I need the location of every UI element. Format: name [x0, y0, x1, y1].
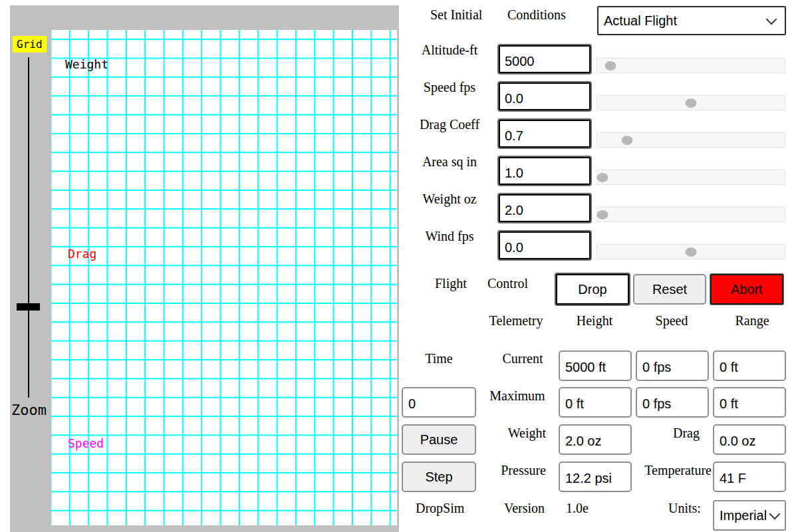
cond-input-drag-coeff-value: 0.7 — [505, 128, 523, 144]
cond-input-speed[interactable]: 0.0 — [499, 82, 591, 110]
maximum-range-value: 0 ft — [720, 396, 738, 412]
zoom-slider-track[interactable] — [28, 57, 29, 398]
cond-label-altitude: Altitude-ft — [399, 43, 500, 58]
control-label: Control — [487, 276, 528, 291]
cond-slider-wind-thumb[interactable] — [686, 247, 697, 257]
pause-button[interactable]: Pause — [402, 424, 476, 455]
pressure-box: 12.2 psi — [559, 462, 632, 492]
cond-label-weight: Weight oz — [399, 192, 500, 207]
chevron-down-icon — [769, 509, 781, 520]
zoom-slider-handle[interactable] — [17, 303, 40, 311]
current-speed-value: 0 fps — [642, 360, 671, 375]
cond-slider-weight[interactable] — [597, 207, 785, 222]
cond-slider-drag-coeff[interactable] — [597, 132, 785, 148]
maximum-height-box: 0 ft — [559, 387, 632, 418]
preset-select-value: Actual Flight — [604, 13, 677, 29]
cond-input-altitude[interactable]: 5000 — [499, 45, 591, 73]
cond-input-weight[interactable]: 2.0 — [499, 194, 591, 222]
version-label: Version — [504, 501, 545, 516]
current-height-box: 5000 ft — [559, 350, 632, 381]
flight-label: Flight — [435, 276, 467, 291]
cond-slider-wind[interactable] — [597, 244, 785, 259]
drag-readout-value: 0.0 oz — [720, 434, 755, 449]
cond-input-weight-value: 2.0 — [505, 203, 523, 218]
step-button[interactable]: Step — [402, 462, 476, 492]
cond-slider-speed[interactable] — [597, 95, 785, 110]
time-input-value: 0 — [408, 396, 416, 412]
reset-button[interactable]: Reset — [633, 274, 706, 305]
units-label: Units: — [668, 501, 701, 516]
version-value: 1.0e — [566, 501, 589, 516]
cond-input-speed-value: 0.0 — [505, 91, 523, 106]
maximum-speed-box: 0 fps — [636, 387, 709, 418]
plot-area — [51, 30, 397, 525]
drag-readout-box: 0.0 oz — [713, 424, 786, 455]
drag-readout-label: Drag — [620, 426, 700, 441]
trace-label-weight: Weight — [65, 57, 108, 71]
cond-input-altitude-value: 5000 — [505, 54, 535, 69]
time-label: Time — [399, 351, 479, 366]
telemetry-col-height: Height — [558, 313, 631, 329]
cond-label-area: Area sq in — [399, 154, 500, 170]
pressure-value: 12.2 psi — [565, 471, 612, 486]
current-label: Current — [483, 351, 563, 366]
chevron-down-icon — [766, 14, 777, 25]
trace-label-drag: Drag — [68, 247, 96, 261]
cond-input-drag-coeff[interactable]: 0.7 — [499, 120, 591, 148]
temperature-value: 41 F — [720, 471, 746, 486]
pressure-label: Pressure — [466, 463, 546, 478]
cond-input-area[interactable]: 1.0 — [499, 157, 591, 185]
telemetry-col-speed: Speed — [635, 313, 708, 329]
cond-slider-altitude-thumb[interactable] — [604, 61, 616, 70]
cond-slider-area-thumb[interactable] — [597, 173, 608, 182]
drop-button[interactable]: Drop — [556, 274, 629, 305]
time-input[interactable]: 0 — [402, 387, 476, 418]
cond-input-wind-value: 0.0 — [505, 240, 523, 255]
cond-label-speed: Speed fps — [399, 80, 500, 95]
zoom-label: Zoom — [11, 402, 47, 418]
current-range-box: 0 ft — [713, 350, 786, 381]
current-range-value: 0 ft — [720, 360, 738, 375]
current-speed-box: 0 fps — [636, 350, 709, 381]
dropsim-window: Grid Zoom Weight Drag Speed Set Initial … — [0, 0, 798, 532]
cond-slider-speed-thumb[interactable] — [686, 98, 697, 108]
units-select[interactable]: Imperial — [713, 500, 786, 531]
cond-slider-altitude[interactable] — [597, 58, 785, 73]
cond-slider-drag-coeff-thumb[interactable] — [622, 136, 633, 145]
units-select-value: Imperial — [720, 508, 767, 523]
cond-label-wind: Wind fps — [399, 229, 500, 244]
preset-select[interactable]: Actual Flight — [597, 6, 786, 35]
cond-input-wind[interactable]: 0.0 — [499, 231, 591, 259]
trace-label-speed: Speed — [68, 436, 104, 450]
temperature-box: 41 F — [713, 462, 786, 492]
set-initial-label: Set Initial — [430, 7, 482, 23]
maximum-speed-value: 0 fps — [642, 396, 671, 412]
cond-slider-area[interactable] — [597, 170, 785, 185]
temperature-label: Temperature — [626, 463, 712, 478]
cond-label-drag-coeff: Drag Coeff — [399, 117, 500, 132]
weight-readout-label: Weight — [466, 426, 546, 441]
current-height-value: 5000 ft — [565, 360, 606, 375]
conditions-label: Conditions — [507, 7, 566, 23]
weight-readout-value: 2.0 oz — [565, 434, 601, 449]
grid-toggle-button[interactable]: Grid — [13, 36, 47, 53]
app-name: DropSim — [416, 501, 464, 516]
telemetry-col-range: Range — [716, 313, 789, 329]
telemetry-label: Telemetry — [476, 313, 556, 329]
maximum-range-box: 0 ft — [713, 387, 786, 418]
cond-slider-weight-thumb[interactable] — [597, 210, 608, 219]
cond-input-area-value: 1.0 — [505, 166, 523, 181]
maximum-label: Maximum — [477, 388, 557, 404]
abort-button[interactable]: Abort — [710, 274, 783, 305]
maximum-height-value: 0 ft — [565, 396, 584, 412]
